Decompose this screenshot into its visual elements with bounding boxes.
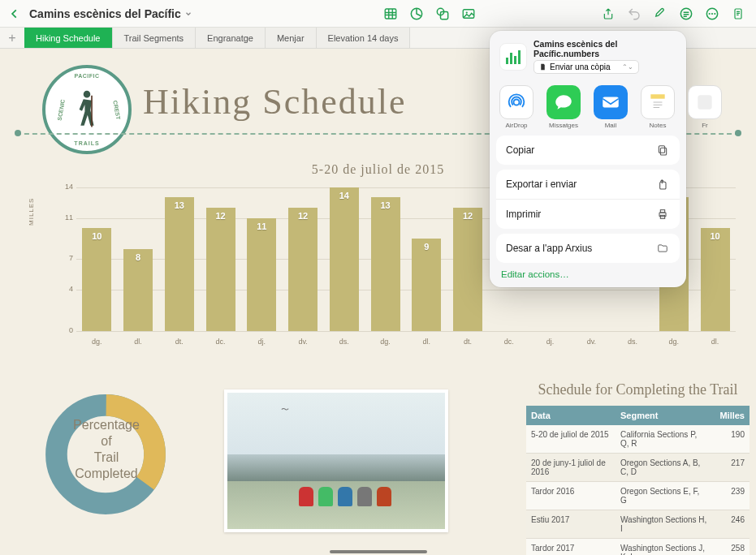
table-row[interactable]: 20 de juny-1 juliol de 2016Oregon Sectio… (526, 454, 750, 482)
sheet-tab[interactable]: Engranatge (196, 28, 266, 48)
bar-value: 10 (701, 231, 730, 241)
donut-label: Percentage of Trail Completed (45, 417, 167, 482)
svg-point-5 (466, 11, 468, 13)
x-tick: dl. (423, 338, 431, 346)
x-tick: dg. (380, 338, 391, 346)
svg-point-6 (680, 8, 691, 19)
copy-icon (655, 143, 670, 157)
photo[interactable]: 〜 (224, 389, 448, 532)
bar[interactable]: 9 (412, 239, 441, 331)
action-copy[interactable]: Copiar (496, 136, 680, 165)
bar[interactable]: 11 (247, 218, 276, 331)
home-indicator (330, 550, 427, 553)
share-sheet: Camins escènics del Pacífic.numbers Envi… (490, 31, 686, 287)
chart-icon[interactable] (404, 2, 430, 25)
x-tick: dg. (669, 338, 680, 346)
bar-value: 13 (165, 200, 194, 210)
undo-icon[interactable] (621, 2, 647, 25)
sheet-tab[interactable]: Menjar (266, 28, 317, 48)
x-tick: ds. (628, 338, 637, 346)
x-tick: dc. (504, 338, 514, 346)
share-app-notes[interactable]: Notes (641, 85, 675, 129)
edit-actions-link[interactable]: Editar accions… (490, 263, 686, 281)
page-icon (539, 62, 546, 71)
bird-icon: 〜 (281, 404, 289, 415)
share-filename: Camins escènics del Pacífic.numbers (534, 39, 676, 58)
bar-value: 12 (453, 211, 482, 221)
svg-rect-23 (660, 210, 664, 213)
app-label: Fr (702, 122, 708, 129)
sheet-tab[interactable]: Elevation 14 days (317, 28, 411, 48)
export-icon (655, 177, 670, 191)
bar[interactable]: 12 (288, 208, 318, 331)
svg-rect-20 (659, 146, 664, 153)
share-app-airdrop[interactable]: AirDrop (499, 85, 534, 129)
x-tick: dl. (134, 338, 142, 346)
collab-icon[interactable] (673, 2, 699, 25)
action-export[interactable]: Exportar i enviar (496, 170, 680, 199)
add-sheet-button[interactable]: + (0, 28, 24, 48)
chevron-left-icon (9, 8, 20, 19)
bar[interactable]: 12 (453, 208, 482, 331)
share-mode-select[interactable]: Enviar una còpia ⌃⌄ (534, 60, 639, 74)
bar-value: 9 (412, 242, 441, 252)
y-axis-label: MILLES (28, 198, 35, 226)
doc-icon[interactable] (725, 2, 751, 25)
sheet-tab[interactable]: Hiking Schedule (24, 28, 113, 48)
more-icon[interactable] (699, 2, 725, 25)
x-tick: dv. (298, 338, 307, 346)
app-label: Mail (605, 122, 617, 129)
bar[interactable]: 10 (82, 228, 111, 331)
notes-icon (641, 85, 675, 119)
folder-icon (655, 241, 670, 256)
logo-text-left: SCENIC (56, 99, 65, 121)
schedule-table[interactable]: Schedule for Completing the Trail Data S… (526, 381, 750, 555)
print-icon (655, 207, 670, 222)
logo-text-bottom: TRAILS (45, 140, 128, 146)
table-row[interactable]: Tardor 2017Washington Sections J, K, L25… (526, 539, 750, 555)
table-row[interactable]: Tardor 2016Oregon Sections E, F, G239 (526, 482, 750, 510)
table-icon[interactable] (378, 2, 404, 25)
table-row[interactable]: Estiu 2017Washington Sections H, I246 (526, 510, 750, 539)
chevron-updown-icon: ⌃⌄ (622, 63, 633, 71)
x-tick: dl. (711, 338, 719, 346)
x-tick: dt. (464, 338, 472, 346)
bar-value: 8 (123, 252, 153, 262)
bar[interactable]: 13 (371, 197, 400, 331)
other-icon (688, 85, 722, 119)
action-folder[interactable]: Desar a l'app Arxius (496, 234, 680, 263)
svg-point-8 (709, 12, 711, 14)
svg-point-9 (711, 12, 713, 14)
share-app-other[interactable]: Fr (688, 85, 722, 129)
shapes-icon[interactable] (430, 2, 456, 25)
table-header: Data Segment Milles (526, 406, 750, 425)
bar-value: 14 (330, 191, 359, 200)
bar-value: 11 (247, 222, 276, 231)
bar[interactable]: 12 (206, 208, 235, 331)
x-tick: ds. (339, 338, 349, 346)
share-app-mail[interactable]: Mail (594, 85, 628, 129)
bar[interactable]: 13 (165, 197, 194, 331)
y-tick: 7 (58, 254, 73, 262)
chevron-down-icon[interactable] (184, 6, 192, 21)
back-button[interactable] (5, 4, 24, 24)
table-row[interactable]: 5-20 de juliol de 2015California Section… (526, 425, 750, 454)
app-toolbar: Camins escènics del Pacífic (0, 0, 756, 28)
action-print[interactable]: Imprimir (496, 199, 680, 229)
app-label: Notes (650, 122, 667, 129)
bar[interactable]: 8 (123, 249, 153, 331)
bar[interactable]: 14 (330, 187, 359, 331)
document-title[interactable]: Camins escènics del Pacífic (29, 7, 181, 20)
app-label: Missatges (549, 122, 578, 129)
svg-rect-18 (698, 95, 711, 109)
svg-rect-17 (650, 94, 664, 98)
share-app-messages[interactable]: Missatges (546, 85, 581, 129)
x-tick: dj. (546, 338, 555, 346)
media-icon[interactable] (456, 2, 482, 25)
mail-icon (594, 85, 628, 119)
sheet-tab[interactable]: Trail Segments (113, 28, 197, 48)
share-icon[interactable] (595, 2, 621, 25)
format-brush-icon[interactable] (647, 2, 673, 25)
bar[interactable]: 10 (701, 228, 730, 331)
divider-dot (735, 130, 741, 136)
